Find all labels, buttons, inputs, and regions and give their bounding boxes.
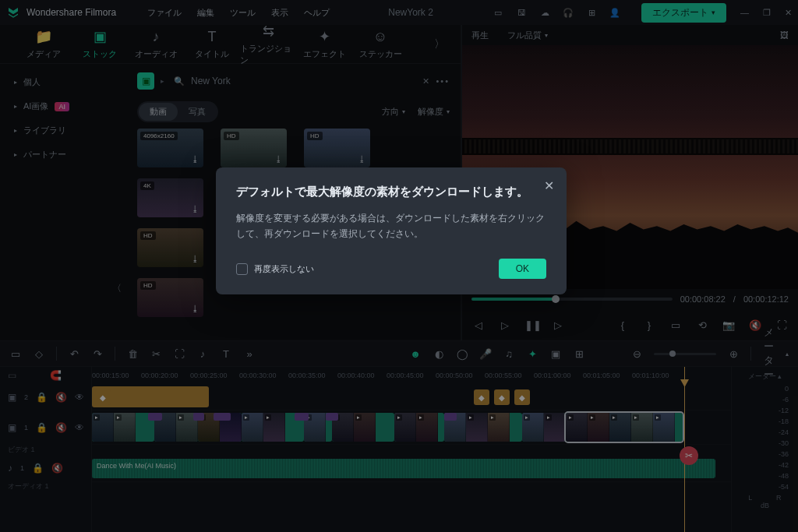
modal-close-icon[interactable]: ✕: [544, 178, 554, 193]
modal-body: 解像度を変更する必要がある場合は、ダウンロードした素材を右クリックして、再ダウン…: [236, 210, 546, 242]
modal-title: デフォルトで最大解像度の素材をダウンロードします。: [236, 185, 546, 199]
dont-show-label: 再度表示しない: [254, 263, 314, 275]
modal-ok-button[interactable]: OK: [499, 259, 546, 279]
modal-backdrop: ✕ デフォルトで最大解像度の素材をダウンロードします。 解像度を変更する必要があ…: [0, 0, 798, 532]
dont-show-checkbox[interactable]: 再度表示しない: [236, 263, 314, 275]
download-resolution-modal: ✕ デフォルトで最大解像度の素材をダウンロードします。 解像度を変更する必要があ…: [216, 167, 567, 295]
